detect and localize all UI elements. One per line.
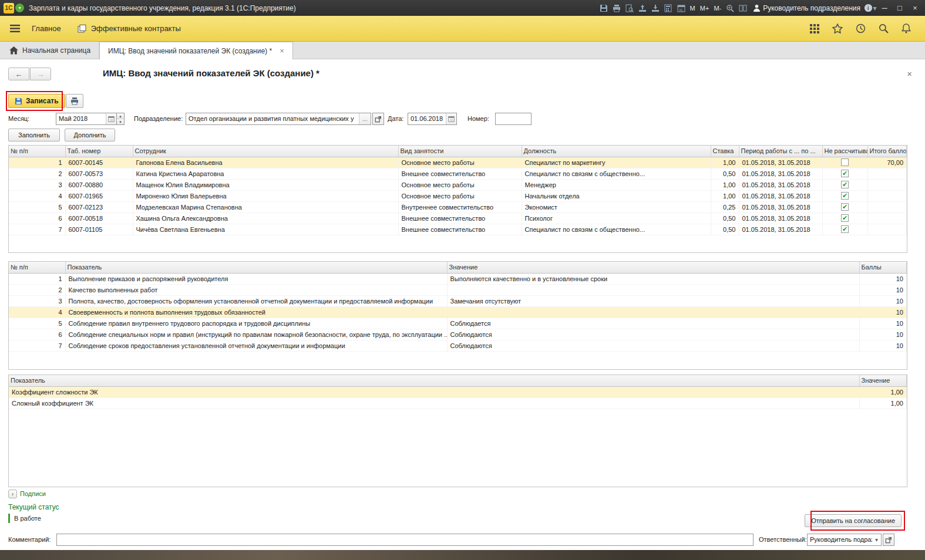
employee-row[interactable]: 36007-00880Мащенок Юлия ВладимировнаОсно… [9, 179, 907, 190]
cell-value[interactable]: Замечания отсутствуют [447, 295, 859, 306]
cell-value[interactable]: 1,00 [859, 386, 907, 397]
cell-not-calculate[interactable]: ✔ [822, 224, 867, 235]
send-for-approval-button[interactable]: Отправить на согласование [805, 514, 902, 527]
cell-period[interactable]: 01.05.2018, 31.05.2018 [739, 157, 822, 168]
cell-total-score[interactable] [867, 190, 907, 201]
department-open-button[interactable] [372, 113, 384, 125]
indicator-row[interactable]: 2Качество выполненных работ10 [9, 284, 907, 295]
responsible-field[interactable]: Руководитель подразде. ▾ [807, 534, 882, 546]
cell-position[interactable]: Психолог [522, 212, 711, 224]
number-input[interactable] [495, 113, 532, 125]
memory-mminus-button[interactable]: M- [711, 2, 724, 14]
not-calculate-checkbox[interactable]: ✔ [841, 192, 849, 200]
cell-tab-number[interactable]: 6007-00518 [65, 212, 133, 224]
cell-employee-name[interactable]: Чичёва Светлана Евгеньевна [133, 224, 398, 235]
responsible-value[interactable]: Руководитель подразде. [808, 534, 872, 545]
memory-mplus-button[interactable]: M+ [698, 2, 712, 14]
cell-total-score[interactable] [867, 179, 907, 190]
cell-num[interactable]: 2 [9, 284, 65, 295]
cell-value[interactable]: Соблюдаются [447, 340, 859, 351]
not-calculate-checkbox[interactable]: ✔ [841, 225, 849, 233]
cell-employee-name[interactable]: Мащенок Юлия Владимировна [133, 179, 398, 190]
cell-tab-number[interactable]: 6007-01105 [65, 224, 133, 235]
indicators-column-header[interactable]: Показатель [65, 262, 447, 273]
indicators-table-header-row[interactable]: № п/пПоказательЗначениеБаллы [9, 262, 907, 273]
cell-rate[interactable]: 0,25 [711, 201, 739, 212]
cell-tab-number[interactable]: 6007-02123 [65, 201, 133, 212]
cell-period[interactable]: 01.05.2018, 31.05.2018 [739, 201, 822, 212]
cell-employment-type[interactable]: Внешнее совместительство [398, 212, 522, 224]
cell-total-score[interactable] [867, 212, 907, 224]
cell-total-score[interactable]: 70,00 [867, 157, 907, 168]
cell-not-calculate[interactable]: ✔ [822, 168, 867, 179]
comment-input[interactable] [56, 534, 754, 546]
cell-total-score[interactable] [867, 168, 907, 179]
cell-value[interactable] [447, 284, 859, 295]
cell-num[interactable]: 1 [9, 157, 65, 168]
cell-indicator[interactable]: Соблюдение сроков предоставления установ… [65, 340, 447, 351]
month-field[interactable]: Май 2018 [56, 113, 117, 125]
coefficient-row[interactable]: Сложный коэффициент ЭК1,00 [9, 397, 907, 409]
cell-period[interactable]: 01.05.2018, 31.05.2018 [739, 212, 822, 224]
cell-period[interactable]: 01.05.2018, 31.05.2018 [739, 168, 822, 179]
cell-employment-type[interactable]: Основное место работы [398, 157, 522, 168]
cell-employment-type[interactable]: Внутреннее совместительство [398, 201, 522, 212]
cell-value[interactable]: 1,00 [859, 397, 907, 409]
cell-num[interactable]: 6 [9, 329, 65, 340]
employees-table-header-row[interactable]: № п/пТаб. номерСотрудникВид занятостиДол… [9, 146, 907, 157]
cell-num[interactable]: 2 [9, 168, 65, 179]
all-functions-grid-icon[interactable] [810, 24, 819, 33]
signatures-link[interactable]: Подписи [20, 488, 46, 500]
indicators-column-header[interactable]: Значение [447, 262, 859, 273]
cell-value[interactable]: Соблюдается [447, 318, 859, 329]
cell-period[interactable]: 01.05.2018, 31.05.2018 [739, 190, 822, 201]
signatures-toggle-icon[interactable]: › [8, 490, 17, 498]
cell-not-calculate[interactable]: ✔ [822, 212, 867, 224]
save-button[interactable]: Записать [8, 94, 65, 108]
maximize-button[interactable]: □ [892, 2, 907, 15]
cell-rate[interactable]: 0,50 [711, 224, 739, 235]
employee-row[interactable]: 26007-00573Катина Кристина АраратовнаВне… [9, 168, 907, 179]
cell-position[interactable]: Начальник отдела [522, 190, 711, 201]
tab-home[interactable]: Начальная страница [0, 42, 99, 59]
cell-num[interactable]: 3 [9, 295, 65, 306]
cell-position[interactable]: Менеджер [522, 179, 711, 190]
zoom-icon[interactable] [724, 2, 736, 14]
responsible-open-button[interactable] [883, 534, 894, 546]
cell-indicator[interactable]: Коэффициент сложности ЭК [9, 386, 859, 397]
date-field[interactable]: 01.06.2018 [408, 113, 457, 125]
not-calculate-checkbox[interactable]: ✔ [841, 181, 849, 188]
indicator-row[interactable]: 7Соблюдение сроков предоставления устано… [9, 340, 907, 351]
department-field[interactable]: Отдел организации и развития платных мед… [186, 113, 371, 125]
cell-employment-type[interactable]: Внешнее совместительство [398, 224, 522, 235]
cell-period[interactable]: 01.05.2018, 31.05.2018 [739, 224, 822, 235]
calculator-icon[interactable] [662, 2, 675, 14]
cell-total-score[interactable] [867, 224, 907, 235]
not-calculate-checkbox[interactable] [841, 158, 849, 166]
cell-not-calculate[interactable]: ✔ [822, 179, 867, 190]
coefficient-row[interactable]: Коэффициент сложности ЭК1,00 [9, 386, 907, 397]
print-icon[interactable] [610, 2, 623, 14]
hamburger-menu-icon[interactable] [6, 23, 23, 35]
close-form-icon[interactable]: × [907, 69, 912, 79]
cell-rate[interactable]: 0,50 [711, 168, 739, 179]
menu-item-contracts[interactable]: Эффективные контракты [69, 16, 189, 41]
not-calculate-checkbox[interactable]: ✔ [841, 214, 849, 222]
employee-row[interactable]: 76007-01105Чичёва Светлана ЕвгеньевнаВне… [9, 224, 907, 235]
fill-button[interactable]: Заполнить [8, 129, 60, 141]
tab-document[interactable]: ИМЦ: Ввод значений показателей ЭК (созда… [99, 42, 293, 59]
cell-rate[interactable]: 0,50 [711, 212, 739, 224]
forward-button[interactable]: → [30, 68, 51, 80]
cell-score[interactable]: 10 [859, 273, 907, 284]
favorites-star-icon[interactable] [832, 23, 843, 33]
spinner-up-icon[interactable]: ▲ [117, 113, 124, 119]
cell-employment-type[interactable]: Основное место работы [398, 179, 522, 190]
info-icon[interactable]: i▾ [864, 2, 877, 14]
cell-rate[interactable]: 1,00 [711, 157, 739, 168]
cell-indicator[interactable]: Соблюдение правил внутреннего трудового … [65, 318, 447, 329]
cell-indicator[interactable]: Соблюдение специальных норм и правил (ин… [65, 329, 447, 340]
indicator-row[interactable]: 1Выполнение приказов и распоряжений руко… [9, 273, 907, 284]
export-icon[interactable] [636, 2, 649, 14]
employees-column-header[interactable]: Итого баллов [867, 146, 907, 157]
cell-period[interactable]: 01.05.2018, 31.05.2018 [739, 179, 822, 190]
